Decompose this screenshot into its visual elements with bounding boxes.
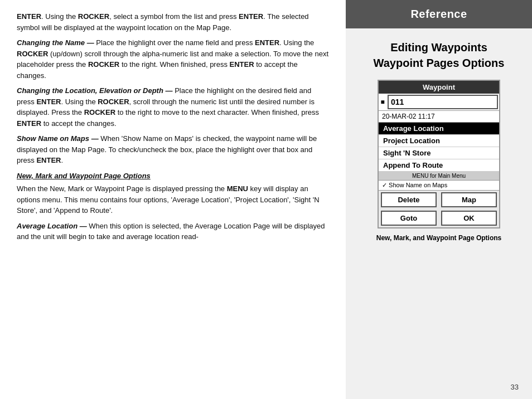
device-mockup: Waypoint ■ 011 20-MAR-02 11:17 Average L… <box>378 80 500 228</box>
para3-text5: to accept the changes. <box>41 119 116 128</box>
menu-label: MENU <box>227 184 248 193</box>
delete-button: Delete <box>381 192 437 207</box>
device-caption: New, Mark, and Waypoint Page Options <box>371 234 507 242</box>
enter-label-3: ENTER <box>255 38 279 47</box>
changing-location-label: Changing the Location, Elevation or Dept… <box>17 86 173 95</box>
menu-item-sight: Sight 'N Store <box>379 147 499 159</box>
enter-label-2: ENTER <box>239 12 263 21</box>
para-changing-location: Changing the Location, Elevation or Dept… <box>17 85 329 129</box>
para1-text2: , select a symbol from the list and pres… <box>109 12 239 21</box>
rocker-label-2: ROCKER <box>17 50 48 58</box>
right-column: Reference Editing Waypoints Waypoint Pag… <box>346 0 532 399</box>
waypoint-value: 011 <box>388 95 498 109</box>
map-button: Map <box>441 192 497 207</box>
title-main: Editing Waypoints <box>374 40 505 55</box>
para-show-name: Show Name on Maps — When 'Show Name on M… <box>17 133 329 166</box>
menu-item-average: Average Location <box>379 123 499 135</box>
enter-label-4: ENTER <box>230 60 254 69</box>
page-number: 33 <box>511 383 519 391</box>
device-btn-row-2: Goto OK <box>379 209 499 227</box>
para2-text4: to the right. When finished, press <box>119 60 229 69</box>
ok-button: OK <box>441 211 497 226</box>
para3-text4: to the right to move to the next charact… <box>115 108 319 116</box>
device-waypoint-row: ■ 011 <box>379 94 499 111</box>
para-new-mark: When the New, Mark or Waypoint Page is d… <box>17 183 329 216</box>
enter-label-5: ENTER <box>36 98 61 106</box>
para3-text2: . Using the <box>61 98 98 106</box>
left-column: ENTER. Using the ROCKER, select a symbol… <box>0 0 346 399</box>
enter-label-1: ENTER <box>17 12 41 21</box>
para2-text: Place the highlight over the name field … <box>94 38 255 47</box>
device-btn-row-1: Delete Map <box>379 191 499 209</box>
menu-hint: MENU for Main Menu <box>379 172 499 181</box>
para2-text2: . Using the <box>279 38 314 47</box>
average-location-label: Average Location — <box>17 222 87 230</box>
changing-name-label: Changing the Name — <box>17 38 94 47</box>
goto-button: Goto <box>381 211 437 226</box>
enter-label-6: ENTER <box>17 119 41 128</box>
para4-text2: . <box>61 156 63 164</box>
para5-text1: When the New, Mark or Waypoint Page is d… <box>17 184 227 193</box>
bullet-icon: ■ <box>379 98 386 106</box>
rocker-label-1: ROCKER <box>78 12 109 21</box>
para1-text1: . Using the <box>41 12 78 21</box>
section-header-new-mark: New, Mark and Waypoint Page Options <box>17 171 329 182</box>
show-name-label: Show Name on Maps — <box>17 134 99 143</box>
para-enter-rocker: ENTER. Using the ROCKER, select a symbol… <box>17 11 329 33</box>
rocker-label-5: ROCKER <box>84 108 115 116</box>
rocker-label-4: ROCKER <box>98 98 129 106</box>
menu-item-project: Project Location <box>379 135 499 147</box>
device-title: Waypoint <box>379 81 499 94</box>
show-name-check: ✓ Show Name on Maps <box>379 181 499 191</box>
reference-header: Reference <box>346 0 532 28</box>
para-changing-name: Changing the Name — Place the highlight … <box>17 37 329 81</box>
menu-item-append: Append To Route <box>379 159 499 172</box>
title-sub: Waypoint Pages Options <box>374 55 505 71</box>
rocker-label-3: ROCKER <box>88 60 119 69</box>
para-average-location: Average Location — When this option is s… <box>17 221 329 242</box>
device-date-row: 20-MAR-02 11:17 <box>379 111 499 123</box>
editing-title: Editing Waypoints Waypoint Pages Options <box>374 40 505 71</box>
enter-label-7: ENTER <box>36 156 61 164</box>
